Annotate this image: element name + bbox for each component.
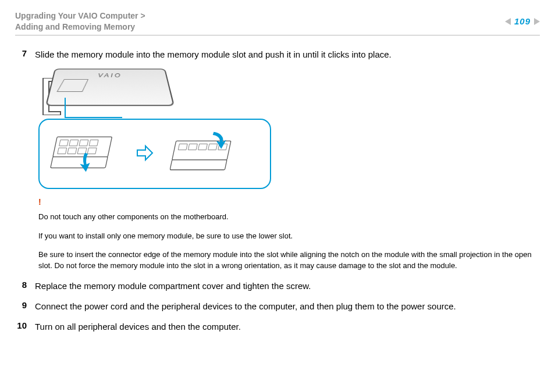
step-number: 9	[15, 300, 27, 312]
device-illustration: VAIO	[41, 69, 163, 115]
svg-rect-13	[198, 144, 208, 149]
page-body: 7 Slide the memory module into the memor…	[15, 35, 540, 333]
step-number: 8	[15, 280, 27, 292]
page-nav: 109	[505, 10, 540, 26]
caution-notes: ! Do not touch any other components on t…	[38, 196, 540, 272]
manual-page: Upgrading Your VAIO Computer > Adding an…	[0, 0, 555, 392]
step-text: Connect the power cord and the periphera…	[35, 300, 456, 312]
arrow-right-icon	[135, 143, 155, 163]
step-8: 8 Replace the memory module compartment …	[15, 280, 540, 292]
step-text: Turn on all peripheral devices and then …	[35, 320, 241, 333]
svg-rect-12	[188, 144, 197, 149]
svg-rect-6	[67, 148, 77, 154]
note-text: Be sure to insert the connector edge of …	[38, 250, 540, 272]
breadcrumb: Upgrading Your VAIO Computer > Adding an…	[15, 10, 145, 33]
step-7: 7 Slide the memory module into the memor…	[15, 48, 540, 60]
next-page-button[interactable]	[534, 18, 540, 25]
step-number: 10	[15, 320, 27, 333]
page-number: 109	[514, 16, 531, 26]
svg-rect-9	[51, 156, 108, 168]
breadcrumb-topic: Adding and Removing Memory	[15, 22, 135, 31]
warning-icon: !	[38, 196, 540, 208]
svg-rect-5	[58, 148, 67, 154]
step-9: 9 Connect the power cord and the periphe…	[15, 300, 540, 312]
svg-rect-14	[208, 144, 218, 149]
svg-rect-8	[87, 148, 97, 154]
svg-rect-11	[178, 144, 187, 149]
step-text: Replace the memory module compartment co…	[35, 280, 311, 292]
memory-slot-icon	[57, 79, 89, 92]
breadcrumb-sep: >	[140, 11, 145, 20]
svg-rect-4	[89, 140, 98, 145]
svg-rect-2	[69, 140, 79, 145]
page-header: Upgrading Your VAIO Computer > Adding an…	[15, 10, 540, 35]
svg-rect-7	[77, 148, 87, 154]
callout-box	[38, 119, 271, 190]
prev-page-button[interactable]	[505, 18, 511, 25]
breadcrumb-section: Upgrading Your VAIO Computer	[15, 11, 138, 20]
memory-click-icon	[170, 128, 240, 178]
svg-rect-3	[79, 140, 88, 145]
svg-rect-16	[170, 160, 227, 170]
note-text: Do not touch any other components on the…	[38, 212, 540, 223]
device-logo: VAIO	[98, 73, 122, 79]
note-text: If you want to install only one memory m…	[38, 231, 540, 242]
step-text: Slide the memory module into the memory …	[35, 48, 392, 60]
memory-insert-icon	[50, 128, 120, 178]
svg-rect-1	[59, 140, 69, 145]
instruction-figure: VAIO	[38, 69, 540, 190]
step-number: 7	[15, 48, 27, 60]
step-10: 10 Turn on all peripheral devices and th…	[15, 320, 540, 333]
